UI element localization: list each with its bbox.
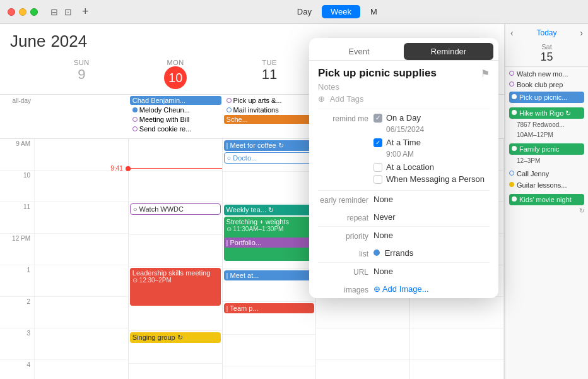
- flag-button[interactable]: ⚑: [481, 68, 490, 80]
- event-chad-benjamin[interactable]: Chad Benjamin...: [130, 96, 221, 105]
- right-event-call-jenny[interactable]: Call Jenny: [509, 169, 584, 178]
- event-meeting-bill[interactable]: Meeting with Bill: [130, 115, 221, 124]
- tab-month[interactable]: M: [362, 5, 386, 18]
- tab-day[interactable]: Day: [288, 5, 320, 18]
- popup-notes[interactable]: Notes: [309, 82, 498, 94]
- close-button[interactable]: [8, 8, 15, 16]
- event-melody-cheun[interactable]: Melody Cheun...: [130, 105, 221, 114]
- minimize-button[interactable]: [19, 8, 26, 16]
- time-11: 11: [0, 202, 34, 234]
- calendar-app: June 2024 SUN 9 MON 10 TUE 11: [0, 24, 588, 379]
- mini-nav: ‹ Today ›: [505, 24, 588, 42]
- event-doctor[interactable]: ○ Docto...: [224, 152, 315, 164]
- list-value[interactable]: Errands: [373, 248, 490, 258]
- event-singing-group[interactable]: Singing group ↻: [130, 332, 221, 343]
- remind-me-content: ✓ On a Day 06/15/2024 ✓ At a Time 9:00 A…: [373, 113, 490, 186]
- sidebar-icon[interactable]: ⊟: [50, 7, 58, 17]
- add-image-icon: ⊕: [373, 284, 380, 294]
- at-a-location-checkbox[interactable]: [373, 163, 382, 172]
- current-time-line: [131, 168, 222, 169]
- url-label: URL: [318, 267, 368, 277]
- popup-priority-row: priority None: [309, 227, 498, 244]
- right-event-kids-movie[interactable]: Kids' movie night: [509, 194, 584, 205]
- at-a-time-checkbox[interactable]: ✓: [373, 138, 382, 147]
- dot-icon: [509, 81, 514, 87]
- traffic-lights: [8, 8, 38, 16]
- dot-icon: [132, 107, 138, 112]
- right-event-guitar-lessons[interactable]: Guitar lessons...: [509, 181, 584, 190]
- right-day-name: Sat: [510, 43, 583, 51]
- mon-11am-cell: ○ Watch WWDC: [129, 203, 222, 235]
- tue-10am-cell: [223, 172, 316, 203]
- tue-9am-cell: | Meet for coffee ↻ ○ Docto...: [223, 140, 316, 172]
- early-reminder-value[interactable]: None: [373, 195, 490, 204]
- right-event-family-time: 12–3PM: [509, 157, 584, 165]
- time-1: 1: [0, 265, 34, 297]
- dot-icon: [512, 196, 517, 202]
- images-value[interactable]: ⊕ Add Image...: [373, 284, 490, 294]
- day-header-sun: SUN 9: [35, 56, 129, 92]
- popup-early-reminder-row: early reminder None: [309, 191, 498, 208]
- when-messaging-checkbox[interactable]: [373, 175, 382, 184]
- tue-2pm-cell: | Team p...: [223, 303, 316, 335]
- wed-3pm-cell: [316, 328, 409, 360]
- allday-label: all-day: [0, 95, 35, 138]
- day-header-tue: TUE 11: [223, 56, 317, 92]
- sun-3pm-cell: [35, 328, 128, 360]
- right-event-pick-up-picnic[interactable]: Pick up picnic...: [509, 92, 584, 103]
- current-time-dot: [126, 166, 131, 171]
- event-meet-coffee[interactable]: | Meet for coffee ↻: [224, 140, 315, 151]
- event-leadership[interactable]: Leadership skills meeting ⊙ 12:30–2PM: [130, 268, 221, 306]
- today-button[interactable]: Today: [536, 28, 556, 37]
- dot-icon: [132, 117, 138, 122]
- right-event-family-picnic[interactable]: Family picnic: [509, 143, 584, 155]
- dot-icon: [512, 94, 517, 99]
- mon-3pm-cell: Singing group ↻: [129, 332, 222, 364]
- right-event-hike-address: 7867 Redwood...: [509, 121, 584, 129]
- sun-col: [35, 139, 129, 379]
- mon-1pm-cell: Leadership skills meeting ⊙ 12:30–2PM: [129, 268, 222, 299]
- right-event-book-club[interactable]: Book club prep: [509, 80, 584, 89]
- tab-week[interactable]: Week: [322, 5, 360, 18]
- list-color-dot: [373, 250, 380, 256]
- mon-9am-cell: 9:41: [129, 139, 222, 171]
- event-mail-invitations[interactable]: Mail invitations: [224, 105, 315, 114]
- event-portfolio[interactable]: | Portfolio...: [224, 238, 315, 248]
- event-pick-up-arts[interactable]: Pick up arts &...: [224, 96, 315, 105]
- popup-images-row: images ⊕ Add Image...: [309, 280, 498, 298]
- right-event-kids-movie-icon: ↻: [509, 207, 584, 214]
- url-value[interactable]: None: [373, 267, 490, 276]
- on-a-day-checkbox[interactable]: ✓: [373, 114, 382, 123]
- wed-2pm-cell: [316, 297, 409, 328]
- add-button[interactable]: +: [82, 5, 89, 18]
- repeat-value[interactable]: Never: [373, 212, 490, 222]
- maximize-button[interactable]: [30, 8, 38, 16]
- on-a-day-label: On a Day: [386, 113, 421, 123]
- event-weekly-tea[interactable]: Weekly tea... ↻: [224, 205, 315, 215]
- time-10: 10: [0, 171, 34, 202]
- on-a-day-date: 06/15/2024: [386, 125, 490, 134]
- prev-button[interactable]: ‹: [510, 28, 514, 38]
- event-watch-wwdc[interactable]: ○ Watch WWDC: [130, 203, 221, 215]
- time-3: 3: [0, 328, 34, 360]
- event-meet-at[interactable]: | Meet at...: [224, 270, 315, 280]
- time-labels-col: 9 AM 10 11 12 PM 1 2 3 4 5 6: [0, 139, 35, 379]
- dot-icon: [512, 110, 517, 115]
- right-event-watch-new[interactable]: Watch new mo...: [509, 69, 584, 78]
- next-button[interactable]: ›: [580, 28, 583, 38]
- event-team-p[interactable]: | Team p...: [224, 303, 315, 313]
- priority-value[interactable]: None: [373, 231, 490, 240]
- inbox-icon[interactable]: ⊡: [64, 7, 72, 17]
- event-send-cookie[interactable]: Send cookie re...: [130, 124, 221, 133]
- priority-label: priority: [318, 231, 368, 241]
- popup-tab-event[interactable]: Event: [314, 43, 404, 60]
- when-messaging-label: When Messaging a Person: [386, 174, 485, 184]
- dot-icon: [226, 107, 232, 112]
- right-event-hike-rigo[interactable]: Hike with Rigo ↻: [509, 107, 584, 119]
- day-header-mon: MON 10: [129, 56, 223, 92]
- list-label: list: [318, 248, 368, 258]
- event-sche[interactable]: Sche...: [224, 115, 315, 124]
- popup-tab-reminder[interactable]: Reminder: [404, 43, 493, 60]
- on-a-day-row: ✓ On a Day: [373, 113, 490, 123]
- time-4: 4: [0, 360, 34, 379]
